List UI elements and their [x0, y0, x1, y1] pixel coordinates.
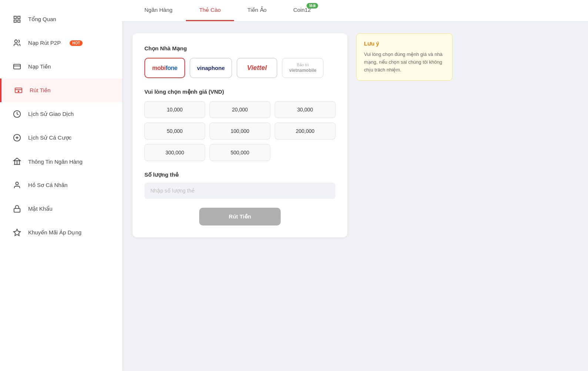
maintenance-label: Bảo trì — [297, 63, 309, 67]
promotion-icon — [12, 227, 22, 238]
tab-coin12[interactable]: Coin12 Mới — [280, 0, 324, 21]
hot-badge: HOT — [70, 40, 83, 46]
network-vietnamobile[interactable]: Bảo trì vietnamobile — [282, 58, 324, 78]
sidebar-item-mat-khau[interactable]: Mật Khẩu — [0, 197, 122, 221]
sidebar-item-label: Nạp Tiền — [28, 63, 51, 70]
network-label: Chọn Nhà Mạng — [144, 45, 335, 52]
sidebar-item-label: Lịch Sử Giao Dịch — [28, 111, 74, 117]
users-exchange-icon — [12, 38, 22, 48]
history-icon — [12, 109, 22, 119]
svg-rect-5 — [14, 64, 20, 69]
network-grid: mobifone vinaphone Viettel Bảo trì vietn… — [144, 58, 335, 78]
sidebar-item-label: Tổng Quan — [28, 16, 56, 23]
amount-30000[interactable]: 30,000 — [275, 101, 335, 118]
svg-rect-2 — [18, 20, 20, 22]
tabs-bar: Ngân Hàng Thẻ Cào Tiền Ảo Coin12 Mới — [122, 0, 588, 21]
svg-rect-16 — [14, 208, 20, 212]
bet-history-icon — [12, 133, 22, 143]
amount-50000[interactable]: 50,000 — [144, 123, 205, 140]
viettel-logo: Viettel — [247, 64, 267, 72]
sidebar-item-lich-su-giao-dich[interactable]: Lịch Sử Giao Dịch — [0, 102, 122, 126]
svg-rect-0 — [14, 16, 16, 19]
sidebar-item-label: Rút Tiền — [30, 87, 51, 94]
tab-the-cao[interactable]: Thẻ Cào — [186, 0, 234, 21]
tab-tien-ao[interactable]: Tiền Ảo — [234, 0, 280, 21]
content-area: Chọn Nhà Mạng mobifone vinaphone Viettel… — [122, 21, 588, 371]
sidebar-item-lich-su-ca-cuoc[interactable]: Lịch Sử Cá Cược — [0, 126, 122, 150]
sidebar-item-label: Khuyến Mãi Áp Dụng — [28, 229, 81, 236]
sidebar-item-label: Lịch Sử Cá Cược — [28, 134, 71, 141]
sidebar-item-label: Thông Tin Ngân Hàng — [28, 158, 83, 165]
main-content: Ngân Hàng Thẻ Cào Tiền Ảo Coin12 Mới Chọ… — [122, 0, 588, 371]
form-card: Chọn Nhà Mạng mobifone vinaphone Viettel… — [133, 33, 347, 237]
svg-point-9 — [18, 91, 19, 92]
lock-icon — [12, 204, 22, 214]
sidebar-item-khuyen-mai[interactable]: Khuyến Mãi Áp Dụng — [0, 221, 122, 244]
bank-icon — [12, 156, 22, 167]
grid-icon — [12, 14, 22, 24]
mobifone-logo: mobifone — [152, 65, 177, 71]
sidebar-item-nap-rut-p2p[interactable]: Nạp Rút P2P HOT — [0, 31, 122, 55]
amount-200000[interactable]: 200,000 — [275, 123, 335, 140]
svg-rect-1 — [18, 16, 20, 19]
svg-marker-17 — [14, 229, 20, 235]
amount-20000[interactable]: 20,000 — [210, 101, 270, 118]
sidebar-item-nap-tien[interactable]: Nạp Tiền — [0, 55, 122, 78]
vietnamobile-logo: vietnamobile — [289, 68, 316, 73]
sidebar-item-rut-tien[interactable]: Rút Tiền — [0, 78, 122, 102]
new-badge: Mới — [307, 3, 318, 9]
network-viettel[interactable]: Viettel — [237, 58, 277, 78]
sidebar-item-label: Mật Khẩu — [28, 205, 53, 212]
note-text: Vui lòng chọn đúng mệnh giá và nhà mạng,… — [364, 51, 445, 74]
sidebar-item-ho-so-ca-nhan[interactable]: Hồ Sơ Cá Nhân — [0, 173, 122, 197]
sidebar-item-label: Nạp Rút P2P — [28, 40, 61, 46]
amount-label: Vui lòng chọn mệnh giá (VND) — [144, 88, 335, 95]
submit-button[interactable]: Rút Tiền — [199, 208, 281, 225]
sidebar-item-tong-quan[interactable]: Tổng Quan — [0, 7, 122, 31]
amount-grid: 10,000 20,000 30,000 50,000 100,000 200,… — [144, 101, 335, 161]
sidebar-item-thong-tin-ngan-hang[interactable]: Thông Tin Ngân Hàng — [0, 150, 122, 173]
note-box: Lưu ý Vui lòng chọn đúng mệnh giá và nhà… — [356, 33, 452, 81]
sidebar-item-label: Hồ Sơ Cá Nhân — [28, 182, 67, 188]
network-vinaphone[interactable]: vinaphone — [190, 58, 232, 78]
svg-point-4 — [15, 40, 17, 43]
quantity-input[interactable] — [144, 183, 335, 199]
svg-rect-3 — [14, 20, 16, 22]
withdraw-icon — [13, 85, 24, 96]
svg-point-15 — [16, 182, 18, 185]
network-mobifone[interactable]: mobifone — [144, 58, 185, 78]
amount-300000[interactable]: 300,000 — [144, 144, 205, 161]
quantity-label: Số lượng thẻ — [144, 171, 335, 178]
amount-100000[interactable]: 100,000 — [210, 123, 270, 140]
tab-ngan-hang[interactable]: Ngân Hàng — [131, 0, 186, 21]
amount-10000[interactable]: 10,000 — [144, 101, 205, 118]
note-title: Lưu ý — [364, 40, 445, 47]
deposit-icon — [12, 61, 22, 72]
svg-marker-14 — [14, 158, 20, 161]
amount-500000[interactable]: 500,000 — [210, 144, 270, 161]
vinaphone-logo: vinaphone — [197, 65, 225, 71]
profile-icon — [12, 180, 22, 190]
sidebar: Tổng Quan Nạp Rút P2P HOT Nạp Tiền Rút T… — [0, 0, 122, 371]
